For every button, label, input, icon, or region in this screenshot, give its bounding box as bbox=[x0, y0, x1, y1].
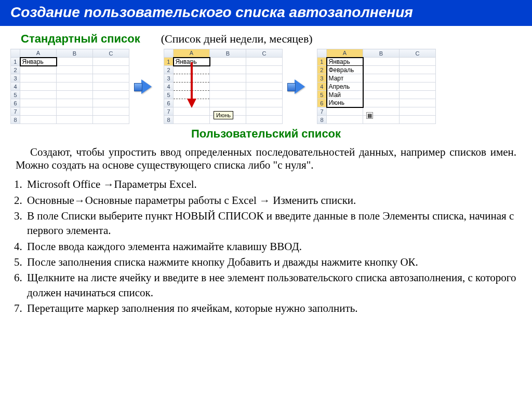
corner-cell bbox=[317, 49, 327, 58]
row-header: 5 bbox=[317, 91, 327, 99]
svg-marker-1 bbox=[187, 99, 196, 108]
row-header: 6 bbox=[164, 99, 174, 107]
row-header: 6 bbox=[317, 99, 327, 107]
cell: Июнь bbox=[327, 99, 363, 107]
row-header: 4 bbox=[317, 83, 327, 91]
excel-grid-1: A B C 1Январь 2 3 4 5 6 7 8 bbox=[10, 49, 129, 124]
col-header: A bbox=[20, 49, 57, 58]
col-header: C bbox=[93, 49, 129, 58]
excel-grid-1-wrap: A B C 1Январь 2 3 4 5 6 7 8 bbox=[10, 49, 129, 124]
body-paragraph: Создают, чтобы упростить ввод определенн… bbox=[0, 146, 532, 172]
row-header: 2 bbox=[317, 66, 327, 74]
col-header: C bbox=[400, 49, 436, 58]
steps-list: Microsoft Office →Параметры Excel. Основ… bbox=[0, 177, 532, 315]
row-header: 7 bbox=[11, 107, 20, 116]
row-header: 3 bbox=[11, 74, 20, 83]
col-header: A bbox=[327, 49, 363, 58]
page-title: Создание пользовательского списка автоза… bbox=[0, 0, 532, 26]
arrow-right-icon bbox=[287, 77, 313, 96]
step-item: В поле Списки выберите пункт НОВЫЙ СПИСО… bbox=[25, 209, 516, 238]
excel-grid-2-wrap: A B C 1Январь 2 3 4 5 6 7 8 Июнь bbox=[164, 49, 283, 124]
row-header: 7 bbox=[317, 107, 327, 116]
subtitle-row: Стандартный список (Список дней недели, … bbox=[0, 32, 532, 46]
drag-down-arrow-icon bbox=[184, 60, 205, 112]
cell: Май bbox=[327, 91, 363, 99]
cell: Апрель bbox=[327, 83, 363, 91]
autofill-options-icon[interactable]: ▦ bbox=[366, 112, 373, 119]
row-header: 3 bbox=[164, 74, 174, 83]
row-header: 8 bbox=[164, 116, 174, 124]
col-header: B bbox=[210, 49, 246, 58]
step-item: Основные→Основные параметры работы с Exc… bbox=[25, 193, 516, 208]
step-item: После заполнения списка нажмите кнопку Д… bbox=[25, 255, 516, 269]
row-header: 5 bbox=[164, 91, 174, 99]
corner-cell bbox=[11, 49, 20, 58]
row-header: 3 bbox=[317, 74, 327, 83]
cell: Январь bbox=[327, 58, 363, 66]
standard-list-title: Стандартный список bbox=[21, 32, 140, 46]
row-header: 6 bbox=[11, 99, 20, 107]
col-header: B bbox=[363, 49, 400, 58]
row-header: 2 bbox=[11, 66, 20, 74]
row-header: 5 bbox=[11, 91, 20, 99]
row-header: 7 bbox=[164, 107, 174, 116]
cell: Март bbox=[327, 74, 363, 83]
standard-list-subtitle: (Список дней недели, месяцев) bbox=[161, 32, 313, 46]
row-header: 2 bbox=[164, 66, 174, 74]
step-item: Перетащите маркер заполнения по ячейкам,… bbox=[25, 301, 516, 315]
row-header: 1 bbox=[11, 58, 20, 66]
cell: Февраль bbox=[327, 66, 363, 74]
excel-examples-row: A B C 1Январь 2 3 4 5 6 7 8 A B C 1Январ… bbox=[0, 49, 532, 124]
arrow-right-icon bbox=[134, 77, 159, 96]
row-header: 4 bbox=[164, 83, 174, 91]
col-header: A bbox=[174, 49, 210, 58]
user-list-title: Пользовательский список bbox=[0, 127, 532, 141]
row-header: 8 bbox=[11, 116, 20, 124]
row-header: 1 bbox=[317, 58, 327, 66]
excel-grid-3-wrap: A B C 1Январь 2Февраль 3Март 4Апрель 5Ма… bbox=[317, 49, 436, 124]
col-header: C bbox=[246, 49, 283, 58]
step-item: Щелкните на листе ячейку и введите в нее… bbox=[25, 270, 516, 300]
fill-tooltip: Июнь bbox=[214, 111, 233, 119]
excel-grid-3: A B C 1Январь 2Февраль 3Март 4Апрель 5Ма… bbox=[317, 49, 436, 124]
cell-a1: Январь bbox=[20, 58, 57, 66]
col-header: B bbox=[57, 49, 93, 58]
step-item: Microsoft Office →Параметры Excel. bbox=[25, 177, 516, 191]
row-header: 8 bbox=[317, 116, 327, 124]
step-item: После ввода каждого элемента нажимайте к… bbox=[25, 239, 516, 254]
corner-cell bbox=[164, 49, 174, 58]
row-header: 4 bbox=[11, 83, 20, 91]
row-header: 1 bbox=[164, 58, 174, 66]
